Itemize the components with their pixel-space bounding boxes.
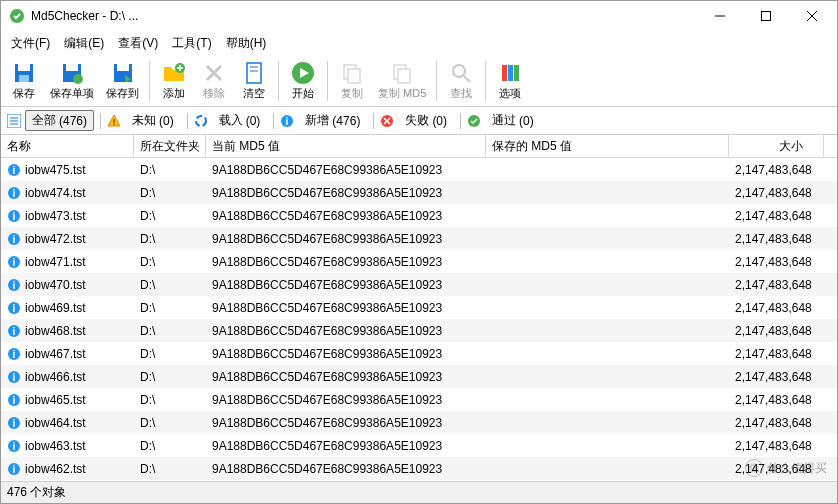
col-size[interactable]: 大小 <box>729 135 824 157</box>
svg-rect-24 <box>502 65 507 81</box>
options-icon <box>498 61 522 85</box>
file-md5: 9A188DB6CC5D467E68C99386A5E10923 <box>206 186 486 200</box>
svg-text:i: i <box>13 211 16 222</box>
options-button[interactable]: 选项 <box>491 59 529 103</box>
file-md5: 9A188DB6CC5D467E68C99386A5E10923 <box>206 209 486 223</box>
svg-rect-26 <box>514 65 519 81</box>
col-saved[interactable]: 保存的 MD5 值 <box>486 135 729 157</box>
copy-button[interactable]: 复制 <box>333 59 371 103</box>
svg-text:i: i <box>13 234 16 245</box>
file-folder: D:\ <box>134 163 206 177</box>
file-folder: D:\ <box>134 347 206 361</box>
filter-fail[interactable]: 失败(0) <box>398 110 454 131</box>
table-row[interactable]: iiobw471.tstD:\9A188DB6CC5D467E68C99386A… <box>1 250 837 273</box>
save-item-button[interactable]: 保存单项 <box>45 59 99 103</box>
add-button[interactable]: 添加 <box>155 59 193 103</box>
col-folder[interactable]: 所在文件夹 <box>134 135 206 157</box>
toolbar-separator <box>485 61 486 101</box>
file-md5: 9A188DB6CC5D467E68C99386A5E10923 <box>206 255 486 269</box>
menu-view[interactable]: 查看(V) <box>112 33 164 54</box>
copy-md5-button[interactable]: 复制 MD5 <box>373 59 431 103</box>
file-table: 名称 所在文件夹 当前 MD5 值 保存的 MD5 值 大小 iiobw475.… <box>1 135 837 504</box>
table-row[interactable]: iiobw470.tstD:\9A188DB6CC5D467E68C99386A… <box>1 273 837 296</box>
menu-tools[interactable]: 工具(T) <box>166 33 217 54</box>
filter-new[interactable]: 新增(476) <box>298 110 367 131</box>
table-row[interactable]: iiobw466.tstD:\9A188DB6CC5D467E68C99386A… <box>1 365 837 388</box>
table-row[interactable]: iiobw462.tstD:\9A188DB6CC5D467E68C99386A… <box>1 457 837 480</box>
file-md5: 9A188DB6CC5D467E68C99386A5E10923 <box>206 301 486 315</box>
file-size: 2,147,483,648 <box>729 163 824 177</box>
file-size: 2,147,483,648 <box>729 278 824 292</box>
file-name: iobw471.tst <box>25 255 86 269</box>
file-folder: D:\ <box>134 301 206 315</box>
file-md5: 9A188DB6CC5D467E68C99386A5E10923 <box>206 462 486 476</box>
table-row[interactable]: iiobw463.tstD:\9A188DB6CC5D467E68C99386A… <box>1 434 837 457</box>
svg-rect-14 <box>247 63 261 83</box>
svg-point-22 <box>453 65 465 77</box>
info-icon: i <box>7 278 21 292</box>
start-button[interactable]: 开始 <box>284 59 322 103</box>
file-name: iobw468.tst <box>25 324 86 338</box>
file-size: 2,147,483,648 <box>729 370 824 384</box>
remove-button[interactable]: 移除 <box>195 59 233 103</box>
table-row[interactable]: iiobw475.tstD:\9A188DB6CC5D467E68C99386A… <box>1 158 837 181</box>
save-button[interactable]: 保存 <box>5 59 43 103</box>
file-md5: 9A188DB6CC5D467E68C99386A5E10923 <box>206 439 486 453</box>
file-name: iobw464.tst <box>25 416 86 430</box>
toolbar-separator <box>278 61 279 101</box>
save-to-button[interactable]: 保存到 <box>101 59 144 103</box>
menu-file[interactable]: 文件(F) <box>5 33 56 54</box>
file-folder: D:\ <box>134 209 206 223</box>
table-row[interactable]: iiobw472.tstD:\9A188DB6CC5D467E68C99386A… <box>1 227 837 250</box>
table-row[interactable]: iiobw474.tstD:\9A188DB6CC5D467E68C99386A… <box>1 181 837 204</box>
file-name: iobw466.tst <box>25 370 86 384</box>
svg-text:i: i <box>13 326 16 337</box>
toolbar: 保存 保存单项 保存到 添加 移除 清空 开始 复制 复制 MD5 查找 选项 <box>1 56 837 107</box>
clear-icon <box>242 61 266 85</box>
col-name[interactable]: 名称 <box>1 135 134 157</box>
file-name: iobw474.tst <box>25 186 86 200</box>
info-icon: i <box>7 163 21 177</box>
error-icon <box>380 114 394 128</box>
table-row[interactable]: iiobw473.tstD:\9A188DB6CC5D467E68C99386A… <box>1 204 837 227</box>
table-row[interactable]: iiobw465.tstD:\9A188DB6CC5D467E68C99386A… <box>1 388 837 411</box>
table-row[interactable]: iiobw464.tstD:\9A188DB6CC5D467E68C99386A… <box>1 411 837 434</box>
filter-unknown[interactable]: 未知(0) <box>125 110 181 131</box>
menu-help[interactable]: 帮助(H) <box>220 33 273 54</box>
copy-md5-icon <box>390 61 414 85</box>
table-row[interactable]: iiobw468.tstD:\9A188DB6CC5D467E68C99386A… <box>1 319 837 342</box>
file-folder: D:\ <box>134 278 206 292</box>
svg-rect-9 <box>66 64 78 71</box>
file-name: iobw463.tst <box>25 439 86 453</box>
minimize-button[interactable] <box>697 1 743 31</box>
maximize-button[interactable] <box>743 1 789 31</box>
app-icon <box>9 8 25 24</box>
file-folder: D:\ <box>134 439 206 453</box>
file-md5: 9A188DB6CC5D467E68C99386A5E10923 <box>206 393 486 407</box>
toolbar-separator <box>327 61 328 101</box>
info-icon: i <box>7 232 21 246</box>
info-icon: i <box>7 370 21 384</box>
file-name: iobw467.tst <box>25 347 86 361</box>
clear-button[interactable]: 清空 <box>235 59 273 103</box>
filter-all[interactable]: 全部(476) <box>25 110 94 131</box>
remove-icon <box>202 61 226 85</box>
col-md5[interactable]: 当前 MD5 值 <box>206 135 486 157</box>
svg-point-32 <box>196 116 206 126</box>
filter-pass[interactable]: 通过(0) <box>485 110 541 131</box>
table-row[interactable]: iiobw469.tstD:\9A188DB6CC5D467E68C99386A… <box>1 296 837 319</box>
warning-icon: ! <box>107 114 121 128</box>
file-folder: D:\ <box>134 393 206 407</box>
svg-text:i: i <box>13 165 16 176</box>
find-button[interactable]: 查找 <box>442 59 480 103</box>
file-size: 2,147,483,648 <box>729 232 824 246</box>
menu-edit[interactable]: 编辑(E) <box>58 33 110 54</box>
svg-rect-7 <box>19 75 29 82</box>
file-folder: D:\ <box>134 416 206 430</box>
svg-text:i: i <box>13 395 16 406</box>
table-row[interactable]: iiobw467.tstD:\9A188DB6CC5D467E68C99386A… <box>1 342 837 365</box>
close-button[interactable] <box>789 1 835 31</box>
filter-loading[interactable]: 载入(0) <box>212 110 268 131</box>
file-size: 2,147,483,648 <box>729 255 824 269</box>
pass-icon <box>467 114 481 128</box>
